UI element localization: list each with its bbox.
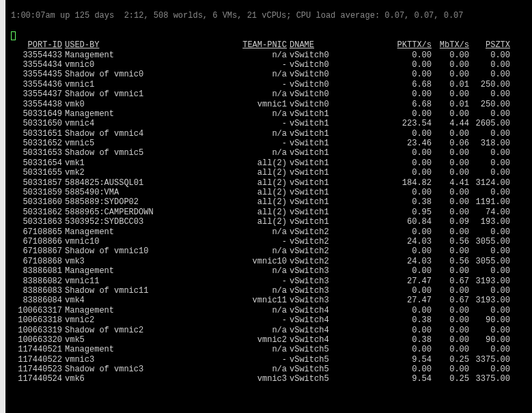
table-row: 67108868vmk3vmnic10vSwitch224.030.563055… [11,257,510,266]
cell-psztx: 90.00 [469,335,510,345]
cell-team: n/a [236,109,290,119]
table-row: 503318595885490:VMAall(2)vSwitch10.000.0… [11,188,510,197]
table-row: 50331650vmnic4-vSwitch1223.544.442605.00 [11,119,510,128]
table-row: 67108866vmnic10-vSwitch224.030.563055.00 [11,237,510,246]
cell-used: 5885889:SYDOP02 [65,197,236,207]
cell-port: 50331653 [11,148,65,158]
table-row: 503318625888965:CAMPERDOWNall(2)vSwitch1… [11,208,510,217]
cell-psztx: 0.00 [469,188,510,197]
cell-pkt: 0.00 [391,109,432,119]
cell-mbtx: 0.00 [432,335,469,345]
cell-mbtx: 0.06 [432,139,469,148]
cell-dname: vSwitch4 [290,335,391,345]
cell-psztx: 193.00 [469,217,510,227]
cell-used: vmk4 [65,296,236,305]
cell-psztx: 250.00 [469,100,510,109]
cell-mbtx: 0.00 [432,51,469,60]
cell-port: 50331654 [11,158,65,168]
cell-port: 33554437 [11,89,65,99]
cell-port: 50331655 [11,168,65,177]
table-row: 117440521Managementn/avSwitch50.000.000.… [11,345,510,354]
table-row: 117440523Shadow of vmnic3n/avSwitch50.00… [11,365,510,374]
cell-dname: vSwitch0 [290,80,391,89]
cell-team: n/a [236,89,290,99]
hdr-mbtx: MbTX/s [432,40,469,50]
cell-team: n/a [236,365,290,374]
cell-port: 83886084 [11,296,65,305]
cell-dname: vSwitch0 [290,51,391,60]
terminal-output[interactable]: 1:00:07am up 125 days 2:12, 508 worlds, … [5,0,532,413]
cell-dname: vSwitch4 [290,315,391,325]
cell-used: Management [65,51,236,60]
cell-used: Management [65,306,236,315]
cell-pkt: 0.00 [391,168,432,177]
cell-dname: vSwitch2 [290,227,391,237]
cell-used: Shadow of vmnic5 [65,148,236,158]
cell-port: 50331650 [11,119,65,128]
cell-port: 67108865 [11,227,65,237]
cell-port: 67108867 [11,246,65,256]
cell-port: 33554438 [11,100,65,109]
cell-dname: vSwitch1 [290,119,391,128]
cell-used: vmnic2 [65,315,236,325]
cell-mbtx: 0.00 [432,208,469,217]
cell-dname: vSwitch2 [290,237,391,246]
cell-dname: vSwitch5 [290,374,391,384]
cell-pkt: 0.00 [391,306,432,315]
cell-team: - [236,119,290,128]
cell-psztx: 3193.00 [469,296,510,305]
cell-dname: vSwitch1 [290,109,391,119]
cell-used: Management [65,109,236,119]
cell-mbtx: 0.00 [432,345,469,354]
hdr-psztx: PSZTX [469,40,510,50]
cell-psztx: 0.00 [469,326,510,335]
table-row: 67108867Shadow of vmnic10n/avSwitch20.00… [11,246,510,256]
cell-pkt: 0.00 [391,51,432,60]
cell-dname: vSwitch2 [290,257,391,266]
cell-psztx: 74.00 [469,208,510,217]
table-row: 100663318vmnic2-vSwitch40.380.0090.00 [11,315,510,325]
cell-pkt: 223.54 [391,119,432,128]
cell-pkt: 60.84 [391,217,432,227]
table-row: 117440522vmnic3-vSwitch59.540.253375.00 [11,355,510,365]
table-row: 50331654vmk1all(2)vSwitch10.000.000.00 [11,158,510,168]
cell-team: n/a [236,148,290,158]
cell-psztx: 3055.00 [469,237,510,246]
cell-pkt: 0.00 [391,227,432,237]
cell-pkt: 0.00 [391,326,432,335]
cell-dname: vSwitch0 [290,89,391,99]
cell-mbtx: 0.00 [432,246,469,256]
cell-dname: vSwitch4 [290,306,391,315]
cell-psztx: 0.00 [469,286,510,296]
cell-pkt: 27.47 [391,276,432,286]
cell-dname: vSwitch3 [290,276,391,286]
uptime-line: 1:00:07am up 125 days 2:12, 508 worlds, … [11,11,527,20]
cell-used: vmnic5 [65,139,236,148]
cell-dname: vSwitch3 [290,286,391,296]
cell-mbtx: 0.00 [432,148,469,158]
cell-port: 100663319 [11,326,65,335]
cell-psztx: 0.00 [469,129,510,139]
cell-pkt: 0.00 [391,60,432,70]
cell-team: n/a [236,345,290,354]
cell-port: 50331863 [11,217,65,227]
cell-team: all(2) [236,178,290,188]
cell-team: - [236,60,290,70]
cell-dname: vSwitch0 [290,60,391,70]
table-row: 503318575884825:AUSSQL01all(2)vSwitch118… [11,178,510,188]
cell-team: all(2) [236,158,290,168]
cell-used: 5885490:VMA [65,188,236,197]
hdr-team: TEAM-PNIC [236,40,290,50]
cell-team: all(2) [236,188,290,197]
cell-mbtx: 0.67 [432,296,469,305]
cell-team: - [236,315,290,325]
cell-mbtx: 0.00 [432,315,469,325]
cell-used: vmnic4 [65,119,236,128]
table-row: 33554435Shadow of vmnic0n/avSwitch00.000… [11,70,510,79]
cell-port: 117440521 [11,345,65,354]
cell-team: - [236,355,290,365]
cell-team: all(2) [236,217,290,227]
cell-used: 5888965:CAMPERDOWN [65,208,236,217]
cell-pkt: 0.00 [391,365,432,374]
hdr-pkt: PKTTX/s [391,40,432,50]
